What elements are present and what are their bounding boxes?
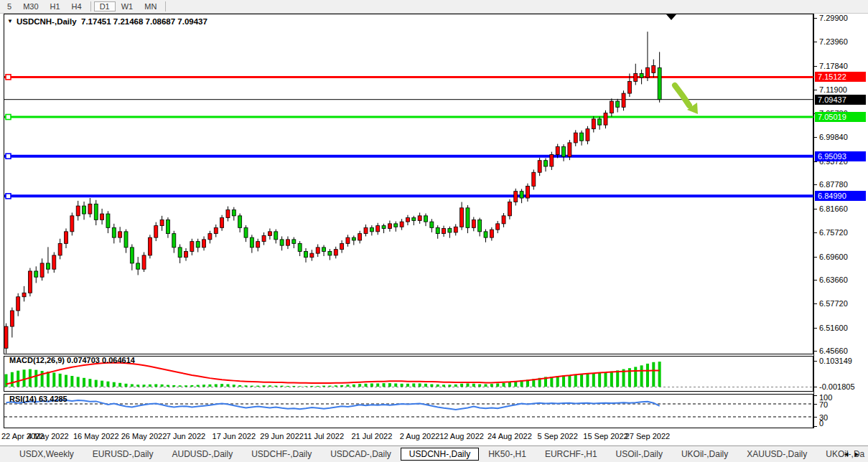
line-anchor-marker[interactable] (6, 75, 11, 80)
chart-window-title: ▼USDCNH-,Daily 7.17451 7.21468 7.08687 7… (7, 17, 207, 26)
symbol-tab-bar: USDX,WeeklyEURUSD-,DailyAUDUSD-,DailyUSD… (0, 446, 868, 462)
price-axis-label: 6.99840 (819, 133, 848, 141)
tab-USDCHF-Daily[interactable]: USDCHF-,Daily (242, 448, 321, 461)
price-tag-6.95093: 6.95093 (815, 151, 866, 161)
price-tag-7.15122: 7.15122 (815, 72, 866, 82)
expand-arrow-icon[interactable]: ▼ (7, 18, 13, 24)
price-axis-label: 6.81660 (819, 204, 848, 213)
macd-axis-label: 0.103149 (819, 357, 852, 365)
tab-EURCHF-H1[interactable]: EURCHF-,H1 (536, 448, 607, 461)
line-anchor-marker[interactable] (6, 115, 11, 120)
price-axis-label: 6.51600 (819, 324, 848, 332)
tab-HK50-H1[interactable]: HK50-,H1 (479, 448, 536, 461)
tab-AUDUSD-Daily[interactable]: AUDUSD-,Daily (162, 448, 242, 461)
chart-symbol-period: USDCNH-,Daily (17, 17, 77, 26)
rsi-indicator-label: RSI(14) 63.4285 (9, 395, 67, 403)
tab-EURUSD-Daily[interactable]: EURUSD-,Daily (83, 448, 163, 461)
tab-scroll-right-icon[interactable]: ► (854, 451, 864, 458)
date-axis-label: 27 Sep 2022 (615, 432, 681, 440)
rsi-axis-label: 0 (819, 419, 823, 428)
rsi-panel-frame (4, 395, 813, 428)
line-anchor-marker[interactable] (6, 154, 11, 159)
tab-USOil-Daily[interactable]: USOil-,Daily (607, 448, 672, 461)
price-axis-label: 7.23960 (819, 37, 848, 46)
tab-USDCAD-Daily[interactable]: USDCAD-,Daily (321, 448, 401, 461)
price-axis-label: 6.45660 (819, 346, 848, 355)
price-tag-7.05019: 7.05019 (815, 112, 866, 122)
price-axis-label: 6.87780 (819, 180, 848, 189)
price-axis-label: 6.75720 (819, 228, 848, 237)
price-tag-6.84990: 6.84990 (815, 191, 866, 201)
rsi-axis-label: 70 (819, 400, 828, 409)
tab-USDCNH-Daily[interactable]: USDCNH-,Daily (401, 448, 479, 461)
line-anchor-marker[interactable] (6, 194, 11, 199)
macd-indicator-label: MACD(12,26,9) 0.074703 0.064614 (9, 356, 135, 364)
price-axis-label: 7.17840 (819, 62, 848, 70)
price-axis-label: 6.57720 (819, 299, 848, 308)
tab-UKOil-Daily[interactable]: UKOil-,Daily (672, 448, 737, 461)
price-tag-7.09437: 7.09437 (815, 95, 866, 105)
tab-USDX-Weekly[interactable]: USDX,Weekly (10, 448, 83, 461)
chart-ohlc-values: 7.17451 7.21468 7.08687 7.09437 (81, 17, 207, 26)
macd-axis-label: -0.001805 (819, 382, 855, 391)
tab-scroll-left-icon[interactable]: ◄ (843, 451, 854, 458)
tab-XAUUSD-Daily[interactable]: XAUUSD-,Daily (737, 448, 816, 461)
main-chart-frame (4, 14, 813, 354)
price-axis-label: 7.11900 (819, 85, 847, 94)
price-axis-label: 7.29900 (819, 14, 848, 22)
chart-canvas[interactable] (0, 0, 868, 462)
price-axis-label: 6.63660 (819, 275, 848, 284)
tab-scroll-arrows: ◄► (843, 451, 864, 458)
price-axis-label: 6.69600 (819, 253, 848, 261)
